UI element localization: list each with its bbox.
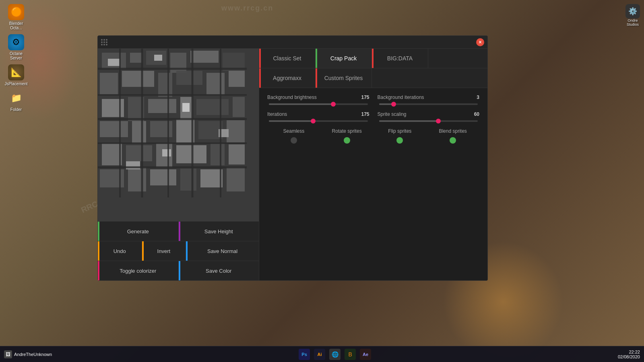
bg-iterations-value: 3 (477, 95, 479, 100)
svg-rect-36 (227, 167, 245, 191)
bg-iterations-thumb[interactable] (391, 102, 396, 107)
svg-rect-11 (206, 73, 225, 95)
tab-crap-pack[interactable]: Crap Pack (316, 49, 372, 68)
invert-button[interactable]: Invert (142, 241, 186, 261)
svg-rect-18 (233, 97, 245, 117)
taskbar-left: 🖼 AndreTheUnknown (4, 350, 52, 358)
svg-rect-12 (229, 71, 245, 87)
save-height-button[interactable]: Save Height (178, 222, 259, 241)
svg-rect-19 (100, 121, 128, 137)
taskbar-app[interactable]: 🖼 AndreTheUnknown (4, 350, 52, 358)
save-color-button[interactable]: Save Color (178, 261, 259, 280)
iterations-group: Iterations 175 (267, 111, 369, 122)
invert-accent (142, 241, 144, 261)
taskbar-app-icon: 🖼 (4, 350, 12, 358)
svg-rect-38 (154, 55, 162, 61)
close-button[interactable]: × (476, 38, 484, 46)
toggle-rotate-sprites: Rotate sprites (320, 128, 374, 144)
desktop-icons-container: 🟠 BlenderOcta... ⚙ OctaneServer 📐 JsPlac… (0, 0, 32, 116)
slider-row-1: Background brightness 175 Background ite… (267, 95, 479, 105)
button-row-2: Undo Invert Save Normal (98, 241, 259, 261)
tab-custom-sprites[interactable]: Custom Sprites (316, 68, 372, 88)
chrome-icon: 🌐 (332, 351, 339, 358)
bg-brightness-thumb[interactable] (331, 102, 336, 107)
sprite-scaling-group: Sprite scaling 60 (378, 111, 480, 122)
blend-sprites-label: Blend sprites (439, 128, 466, 134)
desktop-icon-octane[interactable]: ⚙ OctaneServer (4, 34, 28, 60)
bg-iterations-group: Background iterations 3 (378, 95, 480, 105)
bg-brightness-track[interactable] (269, 103, 368, 105)
svg-rect-33 (150, 169, 176, 185)
seamless-label: Seamless (283, 128, 305, 134)
tab-classic-set[interactable]: Classic Set (259, 49, 316, 68)
flip-sprites-label: Flip sprites (388, 128, 411, 134)
controls-area: Background brightness 175 Background ite… (259, 88, 487, 150)
save-color-accent (179, 261, 180, 280)
svg-rect-7 (100, 73, 118, 95)
bg-iterations-track[interactable] (379, 103, 478, 105)
desktop-icon-jsplacement[interactable]: 📐 JsPlacement (4, 64, 28, 86)
taskbar-icon-ps[interactable]: Ps (299, 349, 310, 360)
tab-aggromaxx[interactable]: Aggromaxx (259, 68, 316, 88)
taskbar-icon-ae[interactable]: Ae (360, 349, 371, 360)
svg-rect-32 (128, 167, 146, 191)
taskbar-icon-ai[interactable]: Ai (314, 349, 325, 360)
tab-big-data[interactable]: BIG:DATA (372, 49, 428, 68)
svg-rect-41 (182, 103, 190, 112)
bg-iterations-label: Background iterations (378, 95, 424, 100)
rotate-sprites-toggle[interactable] (344, 137, 350, 144)
desktop-icon-jsplacement-label: JsPlacement (4, 82, 27, 86)
desktop-icon-folder[interactable]: 📁 Folder (4, 90, 28, 112)
custom-sprites-indicator (316, 68, 317, 88)
taskbar-date: 02/08/2020 (618, 354, 640, 359)
ai-label: Ai (318, 352, 322, 357)
svg-rect-24 (227, 120, 245, 142)
taskbar-icon-chrome[interactable]: 🌐 (329, 349, 341, 360)
window-titlebar: × (98, 36, 487, 49)
toggle-colorizer-button[interactable]: Toggle colorizer (98, 261, 178, 280)
map-svg (98, 49, 259, 221)
svg-rect-8 (122, 71, 154, 87)
preset-tabs-row1: Classic Set Crap Pack BIG:DATA (259, 49, 487, 68)
save-normal-button[interactable]: Save Normal (186, 241, 259, 261)
iterations-value: 175 (361, 111, 369, 117)
svg-rect-26 (126, 145, 152, 161)
window-content: Generate Save Height Undo Invert (98, 49, 487, 280)
big-data-indicator (372, 49, 374, 68)
toggle-seamless: Seamless (267, 128, 320, 144)
undo-button[interactable]: Undo (98, 241, 142, 261)
desktop-icon-folder-label: Folder (10, 107, 22, 112)
iterations-fill (269, 120, 313, 122)
button-row-1: Generate Save Height (98, 221, 259, 241)
rotate-sprites-label: Rotate sprites (332, 128, 362, 134)
map-preview (98, 49, 259, 221)
iterations-thumb[interactable] (311, 119, 316, 123)
generate-accent (98, 222, 99, 241)
flip-sprites-toggle[interactable] (396, 137, 403, 144)
drag-handle[interactable] (101, 39, 107, 45)
blend-sprites-toggle[interactable] (450, 137, 456, 144)
top-right-icon-label: OndreStudios (627, 19, 639, 27)
generate-button[interactable]: Generate (98, 222, 178, 241)
ae-label: Ae (363, 352, 368, 357)
taskbar-icon-blender[interactable]: B (345, 349, 356, 360)
desktop-icon-blender[interactable]: 🟠 BlenderOcta... (4, 4, 28, 30)
desktop-icon-octane-label: OctaneServer (10, 51, 23, 60)
sprite-scaling-thumb[interactable] (436, 119, 441, 123)
taskbar: 🖼 AndreTheUnknown Ps Ai 🌐 B Ae 22:22 02/… (0, 346, 644, 362)
taskbar-time: 22:22 (629, 350, 640, 354)
bg-brightness-label: Background brightness (267, 95, 317, 100)
svg-rect-20 (132, 121, 146, 143)
bg-brightness-fill (269, 103, 333, 105)
seamless-toggle[interactable] (291, 137, 297, 144)
sprite-scaling-value: 60 (474, 111, 479, 117)
sprite-scaling-track[interactable] (379, 120, 478, 122)
svg-rect-15 (148, 99, 176, 113)
top-right-icon[interactable]: ⚙️ OndreStudios (625, 4, 640, 27)
svg-rect-17 (196, 99, 229, 115)
preset-tabs-row2: Aggromaxx Custom Sprites (259, 68, 487, 88)
svg-rect-30 (229, 144, 245, 165)
svg-rect-37 (108, 59, 120, 66)
iterations-track[interactable] (269, 120, 368, 122)
svg-rect-29 (211, 143, 225, 165)
